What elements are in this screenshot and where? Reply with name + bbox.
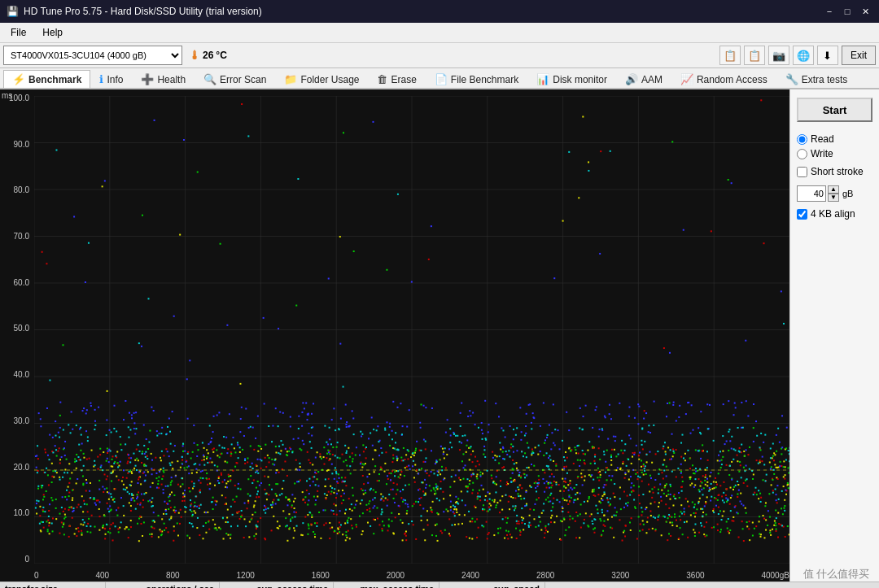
tab-folder-usage[interactable]: 📁 Folder Usage (275, 70, 368, 88)
title-bar-controls: − □ ✕ (822, 4, 872, 19)
radio-read[interactable]: Read (797, 133, 872, 145)
radio-write-input[interactable] (797, 149, 807, 159)
kb-align-label: 4 KB align (811, 208, 855, 220)
info-icon: ℹ (99, 73, 103, 85)
menu-bar: File Help (0, 23, 879, 43)
tab-random-access-label: Random Access (697, 74, 767, 85)
header-transfer: transfer size (0, 582, 106, 588)
x-label-800: 800 (166, 571, 180, 580)
y-label-30: 30.0 (2, 416, 33, 425)
temperature-value: 26 (203, 50, 213, 61)
short-stroke-checkbox[interactable]: Short stroke (797, 166, 872, 177)
start-button[interactable]: Start (797, 98, 872, 122)
header-speed: avg. speed (440, 582, 545, 588)
tab-file-benchmark[interactable]: 📄 File Benchmark (426, 70, 527, 88)
radio-group: Read Write (797, 133, 872, 159)
menu-help[interactable]: Help (35, 24, 70, 41)
tab-benchmark-label: Benchmark (28, 74, 81, 85)
tab-info[interactable]: ℹ Info (90, 70, 132, 88)
chart-area: ms 100.0 90.0 80.0 70.0 60.0 50.0 40.0 3… (0, 89, 789, 581)
tab-aam[interactable]: 🔊 AAM (616, 70, 671, 88)
tab-health[interactable]: ➕ Health (132, 70, 195, 88)
tab-benchmark[interactable]: ⚡ Benchmark (3, 70, 90, 88)
menu-file[interactable]: File (3, 24, 33, 41)
stroke-spinner: ▲ ▼ (828, 185, 839, 202)
disk-dropdown[interactable]: ST4000VX015-3CU104 (4000 gB) (3, 46, 182, 65)
kb-align-checkbox[interactable]: 4 KB align (797, 208, 872, 220)
x-label-3600: 3600 (686, 571, 704, 580)
aam-icon: 🔊 (625, 73, 638, 85)
y-label-20: 20.0 (2, 463, 33, 472)
y-label-10: 10.0 (2, 508, 33, 517)
stroke-value-input[interactable] (797, 185, 826, 202)
minimize-button[interactable]: − (822, 4, 837, 19)
random-access-icon: 📈 (680, 73, 693, 85)
tab-erase[interactable]: 🗑 Erase (368, 70, 425, 88)
y-label-90: 90.0 (2, 140, 33, 149)
tab-error-scan[interactable]: 🔍 Error Scan (195, 70, 275, 88)
tab-folder-usage-label: Folder Usage (300, 74, 359, 85)
header-avg: avg. access time (220, 582, 334, 588)
y-label-60: 60.0 (2, 278, 33, 287)
short-stroke-input[interactable] (797, 167, 807, 177)
chart-y-axis: 100.0 90.0 80.0 70.0 60.0 50.0 40.0 30.0… (0, 89, 34, 564)
x-label-400: 400 (95, 571, 109, 580)
temperature-unit: °C (216, 50, 226, 61)
maximize-button[interactable]: □ (840, 4, 855, 19)
title-bar: 💾 HD Tune Pro 5.75 - Hard Disk/SSD Utili… (0, 0, 879, 23)
nav-tabs: ⚡ Benchmark ℹ Info ➕ Health 🔍 Error Scan… (0, 68, 879, 89)
toolbar-btn-5[interactable]: ⬇ (817, 46, 838, 65)
tab-disk-monitor[interactable]: 📊 Disk monitor (527, 70, 616, 88)
y-label-40: 40.0 (2, 370, 33, 379)
stroke-unit-label: gB (842, 189, 853, 198)
tab-aam-label: AAM (641, 74, 663, 85)
radio-write-label: Write (811, 148, 833, 159)
toolbar-btn-4[interactable]: 🌐 (793, 46, 814, 65)
radio-write[interactable]: Write (797, 148, 872, 159)
app-icon: 💾 (7, 6, 19, 17)
right-panel: Start Read Write Short stroke ▲ ▼ gB (789, 89, 879, 581)
toolbar-btn-2[interactable]: 📋 (744, 46, 765, 65)
tab-erase-label: Erase (391, 74, 416, 85)
app-title: HD Tune Pro 5.75 - Hard Disk/SSD Utility… (24, 6, 262, 17)
kb-align-input[interactable] (797, 209, 807, 220)
temperature-icon: 🌡 (189, 49, 200, 62)
stroke-down-button[interactable]: ▼ (828, 194, 839, 202)
bottom-table: transfer size operations / sec avg. acce… (0, 581, 879, 588)
chart-canvas-wrap (34, 96, 789, 564)
toolbar-btn-3[interactable]: 📷 (768, 46, 789, 65)
title-bar-left: 💾 HD Tune Pro 5.75 - Hard Disk/SSD Utili… (7, 6, 262, 17)
tab-file-benchmark-label: File Benchmark (451, 74, 518, 85)
tab-health-label: Health (157, 74, 186, 85)
disk-monitor-icon: 📊 (536, 73, 549, 85)
y-label-70: 70.0 (2, 232, 33, 241)
stroke-up-button[interactable]: ▲ (828, 185, 839, 194)
x-label-2400: 2400 (461, 571, 479, 580)
y-label-80: 80.0 (2, 185, 33, 194)
radio-read-label: Read (811, 133, 834, 145)
y-label-50: 50.0 (2, 324, 33, 333)
x-label-4000: 4000gB (761, 571, 789, 580)
x-label-3200: 3200 (611, 571, 629, 580)
tab-info-label: Info (107, 74, 123, 85)
table-header: transfer size operations / sec avg. acce… (0, 582, 879, 588)
toolbar-btn-1[interactable]: 📋 (719, 46, 741, 65)
radio-read-input[interactable] (797, 134, 807, 145)
x-label-2800: 2800 (536, 571, 554, 580)
close-button[interactable]: ✕ (858, 4, 872, 19)
extra-tests-icon: 🔧 (785, 73, 798, 85)
toolbar-icons: 📋 📋 📷 🌐 ⬇ Exit (719, 46, 876, 65)
tab-disk-monitor-label: Disk monitor (553, 74, 607, 85)
main-content: ms 100.0 90.0 80.0 70.0 60.0 50.0 40.0 3… (0, 89, 879, 581)
x-label-2000: 2000 (387, 571, 405, 580)
x-label-1600: 1600 (312, 571, 330, 580)
tab-random-access[interactable]: 📈 Random Access (671, 70, 776, 88)
chart-x-axis: 0 400 800 1200 1600 2000 2400 2800 3200 … (34, 564, 789, 581)
x-label-0: 0 (34, 571, 39, 580)
file-benchmark-icon: 📄 (435, 73, 448, 85)
y-label-100: 100.0 (2, 94, 33, 102)
health-icon: ➕ (141, 73, 154, 85)
exit-button[interactable]: Exit (842, 46, 876, 65)
tab-extra-tests[interactable]: 🔧 Extra tests (776, 70, 857, 88)
short-stroke-row: ▲ ▼ gB (797, 185, 872, 202)
